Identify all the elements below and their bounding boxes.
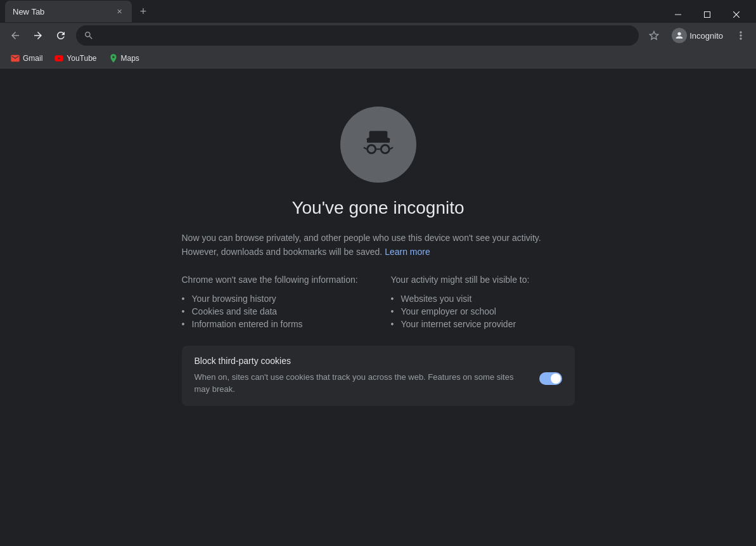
bookmark-maps[interactable]: Maps <box>103 51 144 66</box>
block-cookies-toggle[interactable] <box>539 372 562 385</box>
close-button[interactable] <box>722 5 751 24</box>
list-item-forms: Information entered in forms <box>182 318 366 330</box>
svg-rect-7 <box>369 131 387 140</box>
profile-button[interactable]: Incognito <box>667 25 728 46</box>
svg-point-10 <box>368 146 375 152</box>
toolbar: Incognito <box>0 23 756 48</box>
bookmark-gmail[interactable]: Gmail <box>5 51 48 66</box>
svg-line-13 <box>363 147 366 149</box>
svg-line-14 <box>390 147 392 149</box>
back-button[interactable] <box>5 25 25 46</box>
minimize-button[interactable] <box>663 5 693 24</box>
chrome-wont-save-list: Your browsing history Cookies and site d… <box>182 292 366 330</box>
activity-visible-title: Your activity might still be visible to: <box>391 275 575 285</box>
activity-visible-col: Your activity might still be visible to:… <box>391 275 575 330</box>
search-icon <box>84 30 94 41</box>
svg-point-4 <box>678 32 681 36</box>
cookies-toggle-wrap <box>539 371 562 385</box>
cookies-box: Block third-party cookies When on, sites… <box>182 346 575 406</box>
cookies-row: When on, sites can't use cookies that tr… <box>195 371 562 396</box>
list-item-cookies: Cookies and site data <box>182 305 366 318</box>
list-item-employer: Your employer or school <box>391 305 575 318</box>
incognito-description: Now you can browse privately, and other … <box>182 231 575 259</box>
avatar <box>672 28 687 43</box>
forward-button[interactable] <box>28 25 48 46</box>
main-content: You've gone incognito Now you can browse… <box>0 68 756 546</box>
reload-button[interactable] <box>51 25 71 46</box>
maps-icon <box>108 53 119 63</box>
svg-rect-1 <box>705 12 710 18</box>
list-item-browsing-history: Your browsing history <box>182 292 366 305</box>
bookmark-star-button[interactable] <box>644 25 664 46</box>
address-bar[interactable] <box>76 25 639 46</box>
tab-close-button[interactable]: ✕ <box>114 6 124 16</box>
incognito-title: You've gone incognito <box>292 198 464 218</box>
cookies-description: When on, sites can't use cookies that tr… <box>195 371 529 396</box>
svg-rect-0 <box>675 15 681 15</box>
learn-more-link[interactable]: Learn more <box>385 247 430 257</box>
active-tab[interactable]: New Tab ✕ <box>5 1 132 22</box>
address-input[interactable] <box>99 30 631 41</box>
new-tab-button[interactable]: + <box>134 3 152 20</box>
svg-point-11 <box>381 146 388 152</box>
youtube-label: YouTube <box>67 54 96 63</box>
list-item-isp: Your internet service provider <box>391 318 575 330</box>
list-item-websites: Websites you visit <box>391 292 575 305</box>
maximize-button[interactable] <box>693 5 722 24</box>
gmail-icon <box>10 53 20 63</box>
maps-label: Maps <box>121 54 139 63</box>
bookmark-youtube[interactable]: YouTube <box>49 51 101 66</box>
chrome-wont-save-title: Chrome won't save the following informat… <box>182 275 366 285</box>
chrome-menu-button[interactable] <box>731 25 751 46</box>
profile-label: Incognito <box>689 31 723 41</box>
incognito-avatar <box>340 107 416 183</box>
info-columns: Chrome won't save the following informat… <box>182 275 575 330</box>
tab-title: New Tab <box>13 7 109 16</box>
window-controls <box>663 5 751 24</box>
youtube-icon <box>54 53 64 63</box>
chrome-wont-save-col: Chrome won't save the following informat… <box>182 275 366 330</box>
cookies-title: Block third-party cookies <box>195 356 562 366</box>
tab-bar: New Tab ✕ + <box>5 0 152 23</box>
title-bar: New Tab ✕ + <box>0 0 756 23</box>
gmail-label: Gmail <box>23 54 42 63</box>
activity-visible-list: Websites you visit Your employer or scho… <box>391 292 575 330</box>
bookmarks-bar: Gmail YouTube Maps <box>0 48 756 68</box>
